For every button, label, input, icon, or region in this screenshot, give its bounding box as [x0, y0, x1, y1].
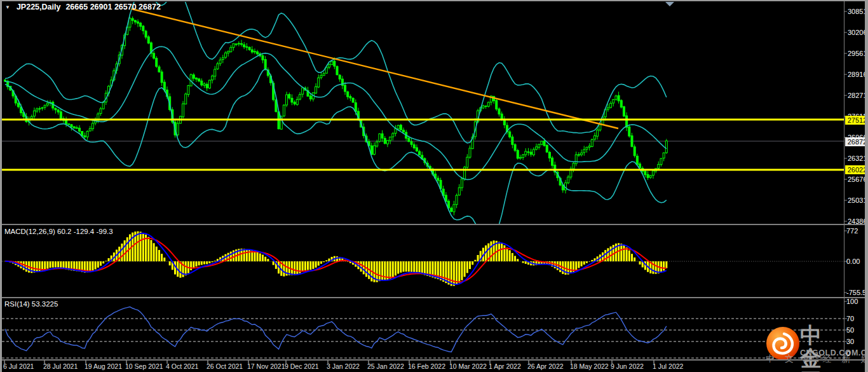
- macd-scale-label: -755.5: [846, 289, 866, 296]
- macd-main-line: [5, 233, 667, 284]
- date-label: 28 Jul 2021: [43, 362, 78, 370]
- symbol-title: JP225,Daily: [17, 3, 61, 11]
- price-tick: 26321: [848, 155, 867, 162]
- date-label: 26 Oct 2021: [207, 362, 243, 370]
- date-label: 26 Apr 2022: [527, 362, 564, 370]
- ohlc-values: 26665 26901 26570 26872: [65, 3, 160, 11]
- rsi-scale-label: 100: [846, 298, 858, 305]
- descending-trendline[interactable]: [132, 9, 618, 128]
- panel-separator[interactable]: [0, 224, 865, 225]
- date-label: 17 Nov 2021: [247, 362, 285, 370]
- mt4-chart-window: ▼ JP225,Daily 26665 26901 26570 26872 MA…: [0, 0, 868, 372]
- rsi-scale-label: 50: [846, 326, 854, 334]
- main-chart-layer: [2, 0, 844, 238]
- date-label: 18 May 2022: [570, 362, 609, 370]
- date-label: 10 Sep 2021: [125, 362, 163, 370]
- price-tick: 29561: [848, 50, 867, 57]
- rsi-indicator-label: RSI(14) 53.3225: [4, 300, 58, 308]
- date-label: 19 Aug 2021: [85, 362, 122, 370]
- price-tick: 25676: [848, 176, 867, 183]
- price-tick: 30206: [848, 29, 867, 36]
- window-border-left: [0, 0, 2, 372]
- price-tick: 28916: [848, 71, 867, 78]
- rsi-layer: [2, 307, 844, 358]
- macd-signal-line: [5, 238, 667, 282]
- date-label: 16 Feb 2022: [408, 362, 445, 370]
- price-tick: 30851: [848, 8, 867, 15]
- date-label: 10 Mar 2022: [449, 362, 487, 370]
- price-tick: 25031: [848, 196, 867, 204]
- window-border-right: [865, 0, 868, 372]
- panel-separator[interactable]: [0, 297, 865, 298]
- date-label: 6 Jul 2021: [3, 362, 34, 370]
- date-label: 3 Jan 2022: [327, 362, 360, 370]
- chart-menu-icon[interactable]: ▼: [5, 4, 10, 10]
- macd-indicator-label: MACD(12,26,9) 60.2 -129.4 -99.3: [4, 228, 113, 235]
- macd-scale-label: 772: [846, 227, 858, 235]
- date-label: 4 Oct 2021: [166, 362, 198, 370]
- date-label: 1 Apr 2022: [489, 362, 521, 370]
- price-tick: 28271: [848, 92, 867, 99]
- bollinger-lower: [5, 69, 667, 238]
- scroll-to-end-marker[interactable]: [665, 2, 674, 6]
- rsi-scale-label: 70: [846, 315, 854, 322]
- rsi-line: [5, 307, 667, 352]
- macd-layer: [2, 231, 844, 286]
- rsi-scale-label: 30: [846, 338, 854, 345]
- symbol-header[interactable]: ▼ JP225,Daily 26665 26901 26570 26872: [5, 3, 161, 11]
- date-label: 1 Jul 2022: [653, 362, 683, 370]
- panel-separator[interactable]: [0, 359, 865, 361]
- chart-canvas[interactable]: [0, 0, 868, 372]
- date-label: 9 Jun 2022: [611, 362, 644, 370]
- date-label: 9 Dec 2021: [285, 362, 319, 370]
- window-border-top: [0, 0, 868, 1]
- date-label: 25 Jan 2022: [367, 362, 404, 370]
- macd-scale-label: 0.00: [846, 258, 860, 265]
